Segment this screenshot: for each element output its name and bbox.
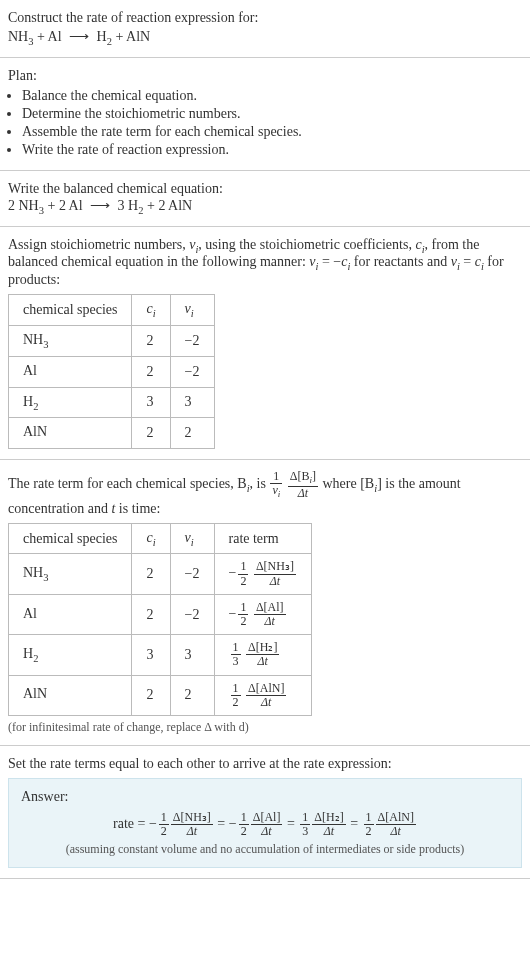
col-ci: ci — [132, 295, 170, 326]
cell-species: H2 — [9, 387, 132, 418]
cell-nui: −2 — [170, 325, 214, 356]
cell-nui: −2 — [170, 356, 214, 387]
cell-species: NH3 — [9, 325, 132, 356]
table-row: NH3 2 −2 −12 Δ[NH₃]Δt — [9, 554, 312, 594]
cell-rate: −12 Δ[NH₃]Δt — [214, 554, 311, 594]
col-ci: ci — [132, 523, 170, 554]
fraction-icon: 1νi — [270, 470, 282, 500]
balanced-header: Write the balanced chemical equation: — [8, 181, 522, 197]
reaction-arrow-icon: ⟶ — [69, 29, 89, 44]
cell-ci: 2 — [132, 594, 170, 634]
plan-list: Balance the chemical equation. Determine… — [8, 88, 522, 158]
cell-species: AlN — [9, 675, 132, 715]
cell-nui: 2 — [170, 418, 214, 449]
cell-species: H2 — [9, 635, 132, 675]
plus: + Al — [33, 29, 65, 44]
prompt-section: Construct the rate of reaction expressio… — [0, 0, 530, 58]
cell-ci: 3 — [132, 387, 170, 418]
table-row: AlN 2 2 12 Δ[AlN]Δt — [9, 675, 312, 715]
unbalanced-equation: NH3 + Al ⟶ H2 + AlN — [8, 28, 522, 47]
col-rate: rate term — [214, 523, 311, 554]
cell-nui: 3 — [170, 387, 214, 418]
col-species: chemical species — [9, 295, 132, 326]
plus: + 2 Al — [44, 198, 86, 213]
cell-ci: 2 — [132, 325, 170, 356]
rate-expression: rate = −12Δ[NH₃]Δt = −12Δ[Al]Δt = 13Δ[H₂… — [21, 811, 509, 838]
table-row: AlN 2 2 — [9, 418, 215, 449]
answer-box: Answer: rate = −12Δ[NH₃]Δt = −12Δ[Al]Δt … — [8, 778, 522, 868]
balanced-equation: 2 NH3 + 2 Al ⟶ 3 H2 + 2 AlN — [8, 197, 522, 216]
plan-item: Balance the chemical equation. — [22, 88, 522, 104]
answer-label: Answer: — [21, 789, 509, 805]
col-nui: νi — [170, 523, 214, 554]
cell-ci: 2 — [132, 554, 170, 594]
table-row: Al 2 −2 — [9, 356, 215, 387]
cell-species: AlN — [9, 418, 132, 449]
table-row: NH3 2 −2 — [9, 325, 215, 356]
cell-species: Al — [9, 356, 132, 387]
species-aln: + AlN — [112, 29, 150, 44]
cell-nui: 2 — [170, 675, 214, 715]
plan-item: Determine the stoichiometric numbers. — [22, 106, 522, 122]
cell-ci: 2 — [132, 675, 170, 715]
rateterm-section: The rate term for each chemical species,… — [0, 460, 530, 746]
prompt-text: Construct the rate of reaction expressio… — [8, 10, 522, 26]
final-header: Set the rate terms equal to each other t… — [8, 756, 522, 772]
answer-note: (assuming constant volume and no accumul… — [21, 842, 509, 857]
cell-rate: 13 Δ[H₂]Δt — [214, 635, 311, 675]
term: 2 NH3 — [8, 198, 44, 213]
table-row: H2 3 3 13 Δ[H₂]Δt — [9, 635, 312, 675]
plan-item: Assemble the rate term for each chemical… — [22, 124, 522, 140]
table-row: Al 2 −2 −12 Δ[Al]Δt — [9, 594, 312, 634]
table-header-row: chemical species ci νi — [9, 295, 215, 326]
assign-text: Assign stoichiometric numbers, νi, using… — [8, 237, 522, 289]
rate-equals: rate = — [113, 816, 149, 831]
plan-section: Plan: Balance the chemical equation. Det… — [0, 58, 530, 171]
rate-table: chemical species ci νi rate term NH3 2 −… — [8, 523, 312, 716]
cell-species: NH3 — [9, 554, 132, 594]
cell-nui: 3 — [170, 635, 214, 675]
cell-nui: −2 — [170, 594, 214, 634]
cell-rate: 12 Δ[AlN]Δt — [214, 675, 311, 715]
infinitesimal-note: (for infinitesimal rate of change, repla… — [8, 720, 522, 735]
fraction-icon: Δ[Bi]Δt — [288, 470, 318, 500]
cell-ci: 3 — [132, 635, 170, 675]
assign-section: Assign stoichiometric numbers, νi, using… — [0, 227, 530, 461]
species-h2: H2 — [93, 29, 112, 44]
table-header-row: chemical species ci νi rate term — [9, 523, 312, 554]
final-section: Set the rate terms equal to each other t… — [0, 746, 530, 879]
term: 3 H2 — [114, 198, 143, 213]
plan-header: Plan: — [8, 68, 522, 84]
cell-ci: 2 — [132, 356, 170, 387]
cell-rate: −12 Δ[Al]Δt — [214, 594, 311, 634]
plan-item: Write the rate of reaction expression. — [22, 142, 522, 158]
cell-species: Al — [9, 594, 132, 634]
stoich-table: chemical species ci νi NH3 2 −2 Al 2 −2 … — [8, 294, 215, 449]
cell-ci: 2 — [132, 418, 170, 449]
rateterm-text: The rate term for each chemical species,… — [8, 470, 522, 516]
balanced-section: Write the balanced chemical equation: 2 … — [0, 171, 530, 227]
col-nui: νi — [170, 295, 214, 326]
species-nh3: NH3 — [8, 29, 33, 44]
table-row: H2 3 3 — [9, 387, 215, 418]
term: + 2 AlN — [143, 198, 192, 213]
col-species: chemical species — [9, 523, 132, 554]
reaction-arrow-icon: ⟶ — [90, 198, 110, 213]
cell-nui: −2 — [170, 554, 214, 594]
